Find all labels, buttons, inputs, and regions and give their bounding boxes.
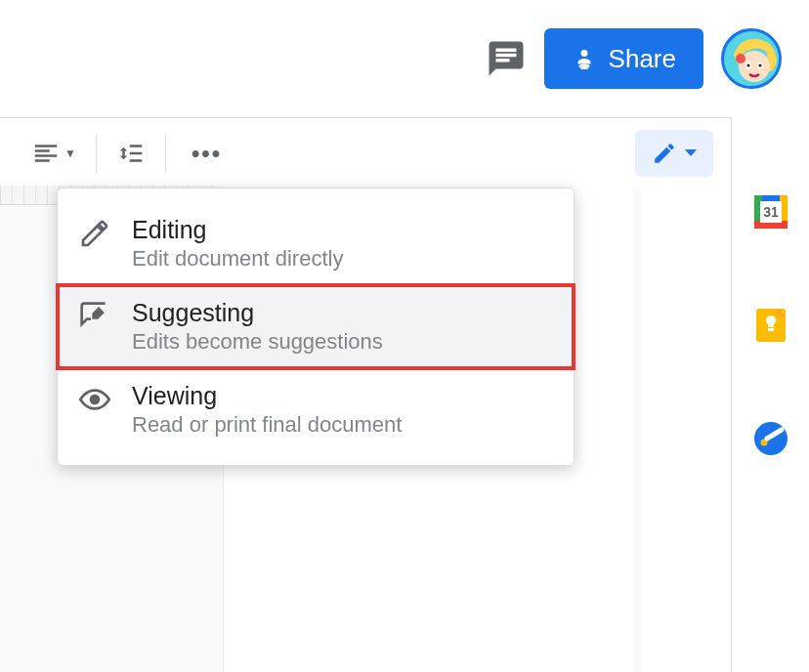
menu-item-title: Editing xyxy=(132,216,343,244)
align-left-icon xyxy=(31,139,61,168)
dropdown-caret-icon: ▼ xyxy=(64,147,76,160)
pencil-icon xyxy=(652,141,677,166)
menu-item-viewing[interactable]: Viewing Read or print final document xyxy=(58,368,574,451)
toolbar-divider xyxy=(96,134,97,173)
share-button-label: Share xyxy=(609,44,676,74)
eye-icon xyxy=(79,384,110,415)
account-avatar[interactable] xyxy=(721,28,782,89)
svg-point-9 xyxy=(91,396,99,403)
svg-point-5 xyxy=(746,63,749,66)
dropdown-caret-icon xyxy=(685,149,697,156)
share-button[interactable]: Share xyxy=(544,28,703,89)
menu-item-desc: Edit document directly xyxy=(132,246,343,272)
svg-point-1 xyxy=(579,66,588,69)
toolbar: ▼ ••• xyxy=(0,117,809,188)
svg-text:31: 31 xyxy=(763,204,779,220)
menu-item-desc: Read or print final document xyxy=(132,412,402,438)
calendar-app-icon[interactable]: 31 xyxy=(752,193,789,231)
comment-history-icon[interactable] xyxy=(486,38,527,79)
menu-item-editing[interactable]: Editing Edit document directly xyxy=(58,202,574,285)
top-bar: Share xyxy=(0,0,809,117)
svg-point-8 xyxy=(736,54,745,63)
keep-app-icon[interactable] xyxy=(752,307,789,344)
more-options-button[interactable]: ••• xyxy=(174,140,239,167)
editing-mode-button[interactable] xyxy=(635,130,713,177)
menu-item-desc: Edits become suggestions xyxy=(132,329,383,355)
svg-rect-18 xyxy=(768,328,774,331)
tasks-app-icon[interactable] xyxy=(752,420,789,457)
menu-item-suggesting[interactable]: Suggesting Edits become suggestions xyxy=(58,285,574,368)
editing-mode-menu: Editing Edit document directly Suggestin… xyxy=(57,188,575,466)
pencil-outline-icon xyxy=(79,218,110,249)
svg-point-7 xyxy=(758,63,761,66)
side-panel: 31 xyxy=(731,117,809,672)
svg-point-0 xyxy=(580,50,587,57)
text-align-button[interactable]: ▼ xyxy=(20,130,88,177)
line-spacing-button[interactable] xyxy=(105,130,157,177)
share-person-icon xyxy=(572,46,597,71)
menu-item-title: Viewing xyxy=(132,382,402,410)
line-spacing-icon xyxy=(116,139,146,168)
menu-item-title: Suggesting xyxy=(132,299,383,327)
toolbar-divider xyxy=(165,134,166,173)
suggest-icon xyxy=(79,301,110,332)
